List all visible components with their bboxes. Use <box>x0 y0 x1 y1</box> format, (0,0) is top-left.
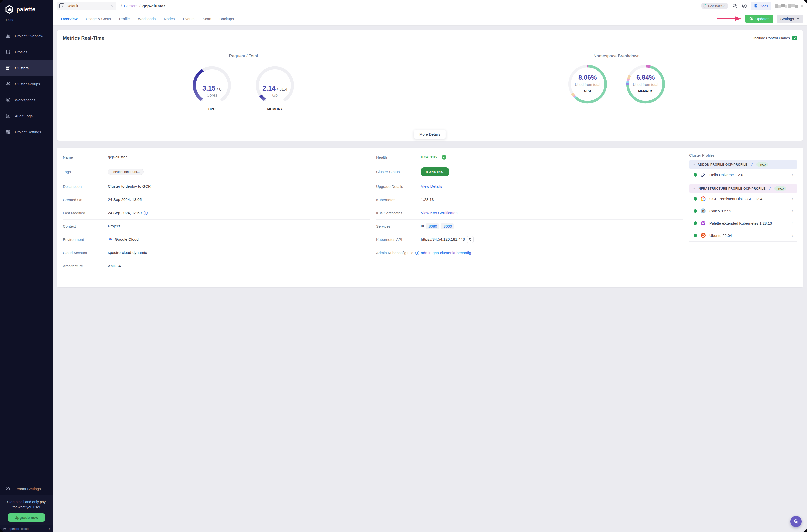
breadcrumb: / Clusters / gcp-cluster <box>121 4 165 8</box>
project-selector[interactable]: Default <box>57 2 116 10</box>
project-icon <box>59 3 64 8</box>
tab-overview[interactable]: Overview <box>61 12 78 25</box>
detail-row-context: Context Project <box>63 220 370 233</box>
memory-gauge: 2.14/ 31.4 Gb MEMORY <box>253 65 297 111</box>
app-version: 4.4.19 <box>0 15 53 21</box>
info-icon[interactable]: i <box>144 211 148 215</box>
sidebar-item-profiles[interactable]: Profiles <box>0 44 53 60</box>
detail-row-upgrade-details: Upgrade Details View Details <box>376 180 404 193</box>
detail-row-name: Name gcp-cluster <box>63 151 370 164</box>
sidebar-item-audit-logs[interactable]: Audit Logs <box>0 108 53 124</box>
orbit-icon <box>5 97 11 103</box>
palette-logo: palette <box>0 0 53 15</box>
main-area: Default / Clusters / gcp-cluster 1.29/10… <box>53 0 404 266</box>
cluster-name-value: gcp-cluster <box>108 155 127 159</box>
sidebar-item-clusters[interactable]: Clusters <box>0 60 53 76</box>
brand-name: palette <box>17 6 36 13</box>
app-window: palette 4.4.19 Project Overview Profiles… <box>0 0 404 266</box>
network-icon <box>5 81 11 87</box>
cpu-gauge: 3.15/ 8 Cores CPU <box>190 65 234 111</box>
detail-row-tags: Tags service: hello-uni... <box>63 164 370 180</box>
details-left-column: Name gcp-cluster Tags service: hello-uni… <box>63 151 370 266</box>
detail-row-cloud-account: Cloud Account spectro-cloud-dynamic <box>63 246 370 259</box>
metrics-title: Metrics Real-Time <box>63 36 105 41</box>
breadcrumb-current: gcp-cluster <box>143 4 165 8</box>
metrics-header: Metrics Real-Time Include Control Planes <box>57 30 404 46</box>
detail-row-created-on: Created On 24 Sep 2024, 13:05 <box>63 193 370 206</box>
audit-log-icon <box>5 113 11 119</box>
sidebar-item-project-overview[interactable]: Project Overview <box>0 28 53 44</box>
tab-backups[interactable]: Backups <box>219 12 234 25</box>
layers-icon <box>5 49 11 55</box>
bar-chart-icon <box>5 33 11 39</box>
detail-row-cluster-status: Cluster Status RUNNING <box>376 164 404 180</box>
detail-row-environment: Environment Google Cloud <box>63 233 370 246</box>
detail-row-admin-kubeconfig: Admin Kubeconfig File i admin.gcp-cluste… <box>376 246 404 259</box>
sidebar-item-project-settings[interactable]: Project Settings <box>0 124 53 140</box>
detail-row-health: Health HEALTHY <box>376 151 404 164</box>
metrics-card: Metrics Real-Time Include Control Planes… <box>57 30 404 140</box>
sidebar-nav: Project Overview Profiles Clusters Clust… <box>0 28 53 140</box>
project-selector-value: Default <box>67 4 78 8</box>
chevron-down-icon <box>111 4 114 7</box>
detail-row-kubernetes: Kubernetes 1.28.13 <box>376 193 404 206</box>
request-total-title: Request / Total <box>229 54 258 59</box>
detail-row-kubernetes-api: Kubernetes API https://34.54.126.181:443 <box>376 233 404 246</box>
google-cloud-icon <box>108 237 113 242</box>
detail-row-services: Services ui :8080 :3000 <box>376 220 404 233</box>
gear-icon <box>5 129 11 135</box>
tab-events[interactable]: Events <box>183 12 194 25</box>
breadcrumb-clusters-link[interactable]: Clusters <box>124 4 137 8</box>
sidebar-item-workspaces[interactable]: Workspaces <box>0 92 53 108</box>
tab-profile[interactable]: Profile <box>119 12 130 25</box>
cpu-gauge-value: 3.15 <box>202 85 215 92</box>
tab-nodes[interactable]: Nodes <box>164 12 175 25</box>
top-bar: Default / Clusters / gcp-cluster 1.29/10… <box>53 0 404 12</box>
cluster-details-card: Name gcp-cluster Tags service: hello-uni… <box>57 148 404 266</box>
sidebar-item-cluster-groups[interactable]: Cluster Groups <box>0 76 53 92</box>
tabs: Overview Usage & Costs Profile Workloads… <box>61 12 234 25</box>
tab-scan[interactable]: Scan <box>203 12 211 25</box>
page-content: Metrics Real-Time Include Control Planes… <box>53 26 404 266</box>
details-middle-column: Health HEALTHY Cluster Status RUNNING Up… <box>376 151 404 266</box>
tag-pill[interactable]: service: hello-uni... <box>108 169 144 175</box>
detail-row-architecture: Architecture AMD64 <box>63 259 370 266</box>
detail-row-last-modified: Last Modified 24 Sep 2024, 13:59 i <box>63 206 370 220</box>
memory-gauge-value: 2.14 <box>262 85 276 92</box>
tabs-bar: Overview Usage & Costs Profile Workloads… <box>53 12 404 26</box>
detail-row-k8s-certificates: K8s Certificates View K8s Certificates <box>376 206 404 220</box>
sidebar: palette 4.4.19 Project Overview Profiles… <box>0 0 53 266</box>
detail-row-description: Description Cluster to deploy to GCP. <box>63 180 370 193</box>
metrics-body: Request / Total 3.15/ 8 Cores CPU <box>57 46 404 140</box>
palette-logo-icon <box>5 5 14 14</box>
clusters-icon <box>5 65 11 71</box>
tab-usage-costs[interactable]: Usage & Costs <box>86 12 111 25</box>
request-total-section: Request / Total 3.15/ 8 Cores CPU <box>57 46 404 140</box>
tab-workloads[interactable]: Workloads <box>138 12 156 25</box>
